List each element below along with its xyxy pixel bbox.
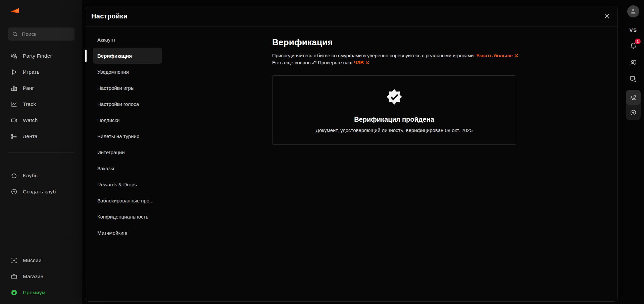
settings-tab-tournament-tickets[interactable]: Билеты на турнир bbox=[93, 128, 162, 144]
chat-icon bbox=[629, 75, 637, 83]
learn-more-link[interactable]: Узнать больше bbox=[477, 53, 518, 58]
settings-tab-matchmaking[interactable]: Матчмейкинг bbox=[93, 225, 162, 241]
divider bbox=[8, 152, 75, 153]
sidebar-item-feed[interactable]: Лента bbox=[0, 128, 82, 144]
sidebar-item-label: Создать клуб bbox=[23, 189, 56, 195]
sidebar-item-label: Играть bbox=[23, 69, 40, 75]
faceit-logo[interactable] bbox=[9, 7, 82, 17]
settings-tab-privacy[interactable]: Конфиденциальность bbox=[93, 208, 162, 225]
faceit-logo-icon bbox=[9, 7, 20, 16]
party-finder-button[interactable] bbox=[626, 90, 641, 105]
external-link-icon bbox=[365, 60, 369, 65]
sidebar-item-label: Лента bbox=[23, 133, 38, 139]
verified-badge-icon bbox=[386, 89, 402, 105]
avatar[interactable] bbox=[627, 5, 639, 17]
page-title: Верификация bbox=[272, 37, 610, 48]
settings-tab-integrations[interactable]: Интеграции bbox=[93, 144, 162, 160]
party-finder-icon bbox=[10, 52, 18, 60]
watch-icon bbox=[10, 117, 18, 124]
user-icon bbox=[630, 8, 637, 15]
username-label: VS bbox=[629, 27, 637, 33]
sidebar-item-label: Миссии bbox=[23, 257, 42, 263]
shop-icon bbox=[10, 273, 18, 280]
settings-tab-voice-settings[interactable]: Настройки голоса bbox=[93, 96, 162, 112]
close-icon bbox=[604, 13, 610, 19]
sidebar-item-label: Магазин bbox=[23, 273, 43, 280]
chat-button[interactable] bbox=[629, 75, 637, 83]
search-icon bbox=[12, 31, 18, 37]
search-input[interactable]: Поиск bbox=[8, 27, 75, 41]
settings-tab-game-settings[interactable]: Настройки игры bbox=[93, 80, 162, 96]
verification-status-card: Верификация пройдена Документ, удостовер… bbox=[272, 75, 516, 145]
search-placeholder: Поиск bbox=[22, 31, 36, 37]
settings-tab-notifications[interactable]: Уведомления bbox=[93, 64, 162, 80]
sidebar-item-premium[interactable]: Премиум bbox=[0, 285, 82, 301]
settings-tab-subscriptions[interactable]: Подписки bbox=[93, 112, 162, 128]
sidebar-item-label: Track bbox=[23, 101, 36, 107]
settings-tab-verification[interactable]: Верификация bbox=[93, 48, 162, 64]
sidebar-item-create-club[interactable]: Создать клуб bbox=[0, 184, 82, 200]
play-icon bbox=[10, 68, 18, 76]
sidebar-item-label: Party Finder bbox=[23, 53, 52, 59]
sidebar-item-rank[interactable]: Ранг bbox=[0, 80, 82, 96]
notification-badge: 1 bbox=[635, 39, 641, 44]
modal-header: Настройки bbox=[85, 6, 617, 26]
sidebar-item-party-finder[interactable]: Party Finder bbox=[0, 48, 82, 64]
sidebar-item-shop[interactable]: Магазин bbox=[0, 268, 82, 285]
verification-panel: Верификация Присоединяйтесь к битве со с… bbox=[272, 26, 610, 301]
verification-description: Присоединяйтесь к битве со смурфами и ув… bbox=[272, 52, 610, 66]
sidebar-item-missions[interactable]: Миссии bbox=[0, 252, 82, 268]
sidebar-spacer bbox=[0, 200, 82, 229]
party-widget bbox=[626, 90, 641, 120]
sidebar-item-clubs[interactable]: Клубы bbox=[0, 168, 82, 184]
close-button[interactable] bbox=[602, 11, 611, 21]
faq-link[interactable]: ЧЗВ bbox=[354, 60, 369, 65]
missions-icon bbox=[10, 257, 18, 264]
sidebar-item-play[interactable]: Играть bbox=[0, 64, 82, 80]
settings-tab-rewards-drops[interactable]: Rewards & Drops bbox=[93, 176, 162, 192]
learn-more-label: Узнать больше bbox=[477, 53, 513, 58]
sidebar-item-label: Клубы bbox=[23, 173, 39, 179]
active-nav-indicator bbox=[85, 50, 87, 62]
faq-link-label: ЧЗВ bbox=[354, 60, 364, 65]
settings-modal: Настройки Аккаунт Верификация Уведомлени… bbox=[85, 6, 618, 302]
right-rail: VS 1 bbox=[623, 0, 644, 304]
sidebar-item-label: Премиум bbox=[23, 290, 45, 296]
premium-icon bbox=[10, 289, 18, 296]
sidebar-item-watch[interactable]: Watch bbox=[0, 112, 82, 128]
party-icon bbox=[630, 94, 637, 101]
divider bbox=[8, 237, 75, 237]
track-icon bbox=[10, 101, 18, 108]
faq-question-text: Есть еще вопросы? Проверьте наш bbox=[272, 60, 352, 65]
clubs-icon bbox=[10, 172, 18, 179]
sidebar-item-label: Ранг bbox=[23, 85, 34, 91]
create-party-button[interactable] bbox=[626, 105, 641, 120]
create-club-icon bbox=[10, 188, 18, 195]
friends-icon bbox=[629, 59, 637, 67]
modal-title: Настройки bbox=[91, 12, 128, 20]
sidebar-item-label: Watch bbox=[23, 117, 38, 123]
intro-text: Присоединяйтесь к битве со смурфами и ув… bbox=[272, 53, 475, 58]
plus-circle-icon bbox=[630, 109, 637, 116]
sidebar-item-track[interactable]: Track bbox=[0, 96, 82, 112]
verification-status-subtitle: Документ, удостоверяющий личность, вериф… bbox=[316, 127, 473, 133]
settings-nav: Аккаунт Верификация Уведомления Настройк… bbox=[93, 32, 162, 301]
friends-button[interactable] bbox=[629, 59, 637, 67]
settings-tab-orders[interactable]: Заказы bbox=[93, 160, 162, 176]
notifications-button[interactable]: 1 bbox=[629, 42, 637, 50]
settings-tab-account[interactable]: Аккаунт bbox=[93, 32, 162, 48]
verification-status-title: Верификация пройдена bbox=[354, 116, 434, 123]
external-link-icon bbox=[514, 53, 518, 58]
rank-icon bbox=[10, 84, 18, 92]
feed-icon bbox=[10, 133, 18, 140]
main-sidebar: Поиск Party Finder Играть Ранг bbox=[0, 0, 82, 304]
settings-tab-blocked-profiles[interactable]: Заблокированные про... bbox=[93, 192, 162, 208]
